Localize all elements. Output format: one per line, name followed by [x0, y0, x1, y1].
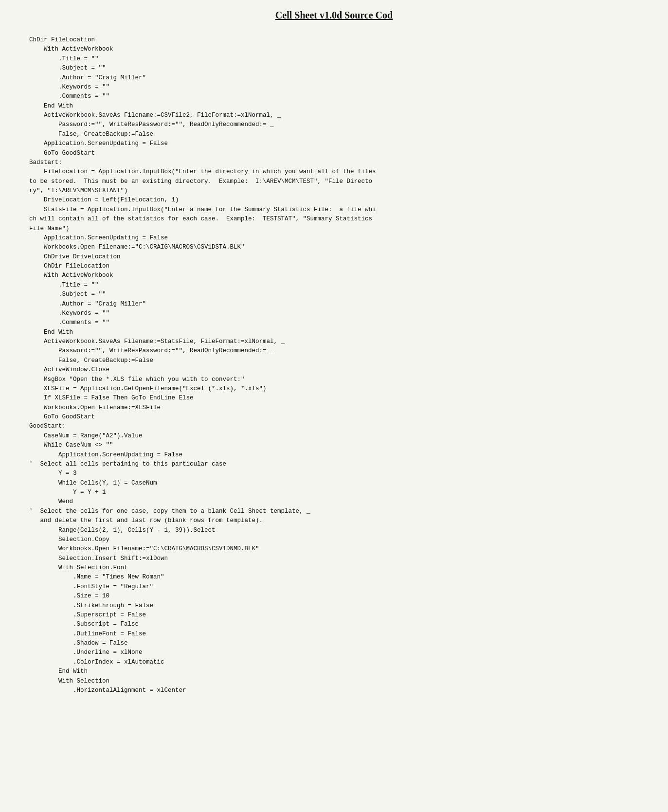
page-title: Cell Sheet v1.0d Source Cod — [19, 10, 649, 21]
code-block: ChDir FileLocation With ActiveWorkbook .… — [19, 36, 649, 695]
